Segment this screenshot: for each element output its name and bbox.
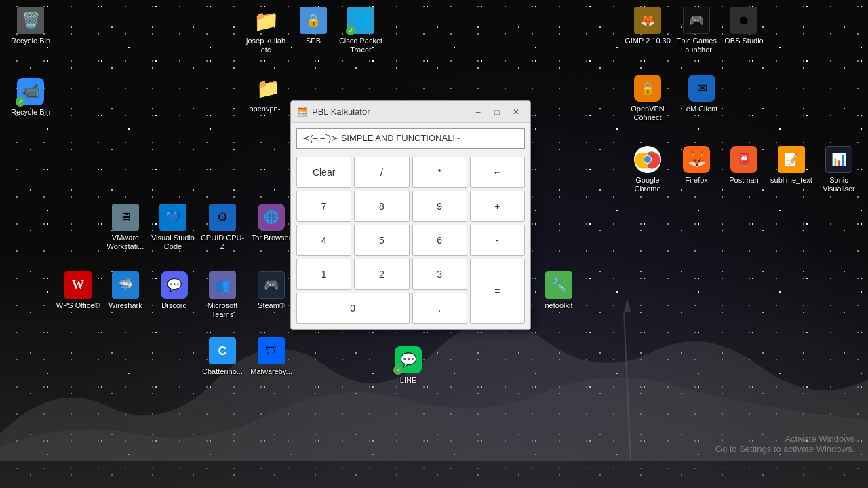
- seb-icon[interactable]: 🔒 SEB: [290, 7, 337, 45]
- obs-label: OBS Studio: [724, 37, 763, 45]
- six-button[interactable]: 6: [412, 225, 467, 256]
- steam-label: Steam®: [258, 301, 285, 310]
- chatterino-image: C: [209, 337, 236, 364]
- emclient-label: eM Client: [686, 105, 717, 113]
- recycle-bin-icon[interactable]: 🗑️ Recycle Bin: [7, 7, 54, 45]
- seb-label: SEB: [306, 37, 321, 45]
- firefox-image: 🦊: [683, 146, 710, 173]
- discord-icon[interactable]: 💬 Discord: [151, 271, 198, 310]
- wps-icon[interactable]: W WPS Office®: [54, 271, 102, 310]
- googlechrome-image: [634, 146, 661, 173]
- two-button[interactable]: 2: [354, 259, 409, 290]
- calculator-title: PBL Kalkulator: [312, 107, 469, 117]
- seb-image: 🔒: [300, 7, 327, 34]
- wireshark-icon[interactable]: 🦈 Wireshark: [102, 271, 149, 310]
- firefox-icon[interactable]: 🦊 Firefox: [673, 146, 720, 185]
- openvpn-folder-label: openvpn-...: [249, 105, 286, 113]
- sublime-label: sublime_text: [770, 176, 812, 185]
- five-button[interactable]: 5: [354, 225, 409, 256]
- sonic-label: Sonic Visualiser: [815, 176, 863, 193]
- postman-icon[interactable]: 📮 Postman: [720, 146, 768, 185]
- plus-button[interactable]: +: [470, 191, 525, 222]
- cpuid-label: CPUID CPU-Z: [199, 233, 246, 251]
- gimp-icon[interactable]: 🦊 GIMP 2.10.30: [624, 7, 671, 45]
- line-icon[interactable]: 💬 ✓ LINE: [384, 346, 432, 385]
- malwarebytes-icon[interactable]: 🛡 Malwareby...: [248, 337, 295, 376]
- discord-image: 💬: [161, 271, 188, 299]
- cpuid-image: ⚙: [209, 204, 236, 231]
- multiply-button[interactable]: *: [412, 157, 467, 188]
- maximize-button[interactable]: □: [488, 105, 506, 119]
- clear-button[interactable]: Clear: [296, 157, 351, 188]
- obs-image: ⏺: [730, 7, 757, 34]
- emclient-image: ✉: [688, 75, 715, 102]
- vmware-image: 🖥: [112, 204, 139, 231]
- vmware-icon[interactable]: 🖥 VMware Workstati...: [102, 204, 149, 251]
- vscode-icon[interactable]: 💙 Visual Studio Code: [149, 204, 197, 251]
- gimp-image: 🦊: [634, 7, 661, 34]
- nettoolkit-image: 🔧: [545, 271, 572, 299]
- epicgames-icon[interactable]: 🎮 Epic Games Launcher: [673, 7, 720, 54]
- postman-image: 📮: [730, 146, 757, 173]
- epicgames-label: Epic Games Launcher: [673, 37, 720, 54]
- steam-icon[interactable]: 🎮 Steam®: [248, 271, 295, 310]
- tor-image: 🌐: [258, 204, 285, 231]
- backspace-button[interactable]: ←: [470, 157, 525, 188]
- obs-icon[interactable]: ⏺ OBS Studio: [720, 7, 768, 45]
- zoom-image: 📹 ✓: [17, 78, 44, 105]
- dot-button[interactable]: .: [412, 293, 467, 324]
- wps-label: WPS Office®: [56, 301, 100, 310]
- zoom-icon[interactable]: 📹 ✓ Recycle Bin: [7, 78, 54, 117]
- josepkuliah-icon[interactable]: 📁 josep kuliah etc: [242, 7, 290, 54]
- openvpn-connect-icon[interactable]: 🔒 OpenVPN Connect: [624, 75, 671, 122]
- sublime-icon[interactable]: 📝 sublime_text: [768, 146, 815, 185]
- sonic-icon[interactable]: 📊 Sonic Visualiser: [815, 146, 863, 193]
- one-button[interactable]: 1: [296, 259, 351, 290]
- josepkuliah-image: 📁: [252, 7, 279, 34]
- openvpn-folder-icon[interactable]: 📁 openvpn-...: [244, 75, 292, 113]
- seven-button[interactable]: 7: [296, 191, 351, 222]
- vmware-label: VMware Workstati...: [102, 233, 149, 251]
- steam-image: 🎮: [258, 271, 285, 299]
- minimize-button[interactable]: –: [469, 105, 487, 119]
- calculator-display: ≺(–,–`)≻ SIMPLE AND FUNCTIONAL!~: [296, 128, 525, 149]
- zero-button[interactable]: 0: [296, 293, 410, 324]
- googlechrome-label: Google Chrome: [624, 176, 671, 193]
- eight-button[interactable]: 8: [354, 191, 409, 222]
- calculator-titlebar: 🧮 PBL Kalkulator – □ ✕: [291, 101, 530, 123]
- josepkuliah-label: josep kuliah etc: [242, 37, 290, 54]
- equals-button[interactable]: =: [470, 259, 525, 324]
- chatterino-icon[interactable]: C Chatterino...: [199, 337, 246, 376]
- gimp-label: GIMP 2.10.30: [625, 37, 671, 45]
- four-button[interactable]: 4: [296, 225, 351, 256]
- desktop: 🗑️ Recycle Bin 📹 ✓ Recycle Bin 📁 josep k…: [0, 0, 868, 488]
- wps-image: W: [64, 271, 92, 299]
- wireshark-label: Wireshark: [108, 301, 142, 310]
- cisco-image: 🌐 ✓: [347, 7, 374, 34]
- sublime-image: 📝: [778, 146, 805, 173]
- msteams-image: 👥: [209, 271, 236, 299]
- three-button[interactable]: 3: [412, 259, 467, 290]
- nettoolkit-label: netoolkit: [545, 301, 573, 310]
- recycle-bin-image: 🗑️: [17, 7, 44, 34]
- discord-label: Discord: [161, 301, 186, 310]
- cisco-check-badge: ✓: [346, 26, 355, 35]
- cisco-label: Cisco Packet Tracer: [337, 37, 384, 54]
- calculator-window: 🧮 PBL Kalkulator – □ ✕ ≺(–,–`)≻ SIMPLE A…: [290, 100, 531, 330]
- line-check-badge: ✓: [393, 365, 403, 375]
- googlechrome-icon[interactable]: Google Chrome: [624, 146, 671, 193]
- malwarebytes-label: Malwareby...: [250, 367, 292, 376]
- close-button[interactable]: ✕: [507, 105, 525, 119]
- titlebar-buttons: – □ ✕: [469, 105, 525, 119]
- emclient-icon[interactable]: ✉ eM Client: [678, 75, 726, 113]
- minus-button[interactable]: -: [470, 225, 525, 256]
- msteams-icon[interactable]: 👥 Microsoft Teams: [199, 271, 246, 319]
- tor-icon[interactable]: 🌐 Tor Browser: [248, 204, 295, 242]
- nine-button[interactable]: 9: [412, 191, 467, 222]
- nettoolkit-icon[interactable]: 🔧 netoolkit: [535, 271, 583, 310]
- line-label: LINE: [400, 376, 416, 385]
- cisco-icon[interactable]: 🌐 ✓ Cisco Packet Tracer: [337, 7, 384, 54]
- sonic-image: 📊: [825, 146, 852, 173]
- cpuid-icon[interactable]: ⚙ CPUID CPU-Z: [199, 204, 246, 251]
- divide-button[interactable]: /: [354, 157, 409, 188]
